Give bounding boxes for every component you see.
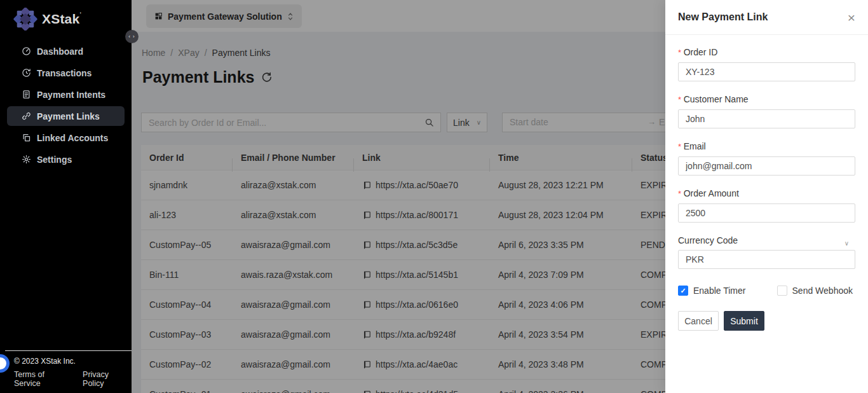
sidebar-footer: © 2023 XStak Inc. Terms of Service Priva…	[0, 350, 132, 388]
sidebar-item-label: Dashboard	[37, 46, 83, 57]
cancel-button[interactable]: Cancel	[678, 311, 719, 331]
sidebar-item-label: Linked Accounts	[37, 133, 108, 143]
send-webhook-label: Send Webhook	[792, 286, 853, 296]
sidebar-nav: Dashboard Transactions Payment Intents P…	[0, 41, 132, 169]
drawer-checkbox-row: Enable Timer Send Webhook	[678, 286, 855, 296]
currency-code-label: Currency Code	[678, 234, 855, 247]
brand-trademark: '	[79, 11, 81, 18]
sidebar: XStak' Dashboard Transactions Payment In…	[0, 0, 132, 393]
drawer-title: New Payment Link	[678, 11, 768, 23]
close-icon[interactable]: ×	[848, 11, 855, 24]
drawer-header: New Payment Link ×	[665, 0, 868, 35]
sidebar-item-payment-links[interactable]: Payment Links	[7, 106, 125, 126]
terms-of-service-link[interactable]: Terms of Service	[14, 370, 72, 388]
order-id-input[interactable]	[678, 62, 855, 81]
customer-name-input[interactable]	[678, 109, 855, 128]
send-webhook-checkbox[interactable]	[777, 286, 787, 296]
sidebar-item-transactions[interactable]: Transactions	[7, 63, 125, 83]
sidebar-item-label: Transactions	[37, 68, 92, 78]
transactions-icon	[22, 68, 31, 78]
sidebar-collapse-toggle[interactable]: ‹ ›	[125, 30, 139, 43]
dashboard-icon	[22, 46, 31, 56]
sidebar-item-dashboard[interactable]: Dashboard	[7, 41, 125, 61]
currency-code-field-group: Currency Code ∨	[678, 234, 855, 269]
chevron-down-icon: ∨	[844, 240, 849, 247]
order-id-label: Order ID	[678, 46, 855, 59]
order-amount-field-group: Order Amount	[678, 187, 855, 223]
email-field-group: Email	[678, 140, 855, 176]
footer-divider	[5, 350, 132, 351]
drawer-body: Order ID Customer Name Email Order Amoun…	[665, 35, 868, 331]
currency-code-select[interactable]	[678, 250, 855, 269]
customer-name-label: Customer Name	[678, 93, 855, 106]
payment-intents-icon	[22, 90, 31, 99]
enable-timer-label: Enable Timer	[693, 286, 745, 296]
brand-name: XStak'	[42, 11, 81, 27]
email-label: Email	[678, 140, 855, 153]
app-root: Payment Gateway Solution Home / XPay / P…	[0, 0, 868, 393]
brand-logo[interactable]: XStak'	[0, 0, 132, 31]
copyright-text: © 2023 XStak Inc.	[0, 357, 132, 366]
sidebar-item-payment-intents[interactable]: Payment Intents	[7, 85, 125, 104]
enable-timer-checkbox[interactable]	[678, 286, 688, 296]
enable-timer-checkbox-group[interactable]: Enable Timer	[678, 286, 745, 296]
linked-accounts-icon	[22, 133, 31, 142]
sidebar-item-settings[interactable]: Settings	[7, 149, 125, 169]
xstak-logo-icon	[13, 8, 37, 31]
customer-name-field-group: Customer Name	[678, 93, 855, 128]
sidebar-item-label: Payment Intents	[37, 90, 105, 100]
order-amount-label: Order Amount	[678, 187, 855, 200]
send-webhook-checkbox-group[interactable]: Send Webhook	[777, 286, 853, 296]
settings-icon	[22, 155, 31, 164]
order-id-field-group: Order ID	[678, 46, 855, 81]
sidebar-item-label: Payment Links	[37, 111, 100, 121]
email-input[interactable]	[678, 156, 855, 176]
order-amount-input[interactable]	[678, 203, 855, 223]
sidebar-item-linked-accounts[interactable]: Linked Accounts	[7, 128, 125, 148]
new-payment-link-drawer: New Payment Link × Order ID Customer Nam…	[665, 0, 868, 393]
drawer-button-row: Cancel Submit	[678, 311, 855, 331]
payment-links-icon	[22, 111, 31, 121]
sidebar-item-label: Settings	[37, 155, 72, 165]
privacy-policy-link[interactable]: Privacy Policy	[83, 370, 132, 388]
submit-button[interactable]: Submit	[724, 311, 764, 331]
